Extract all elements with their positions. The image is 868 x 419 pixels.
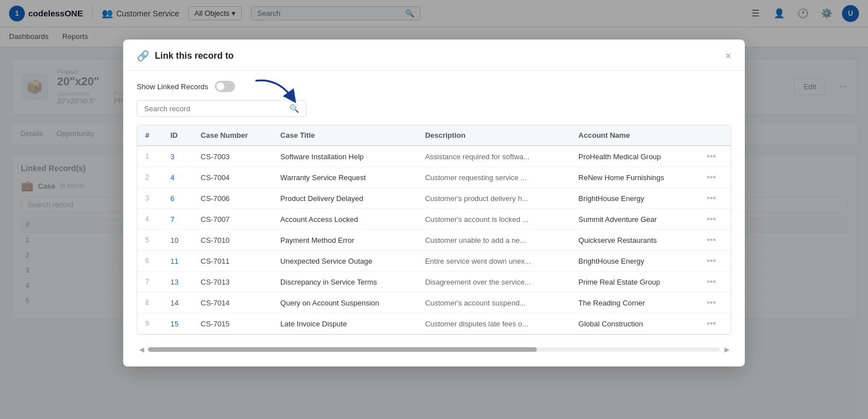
row-description: Entire service went down unex... [417,251,570,272]
row-case-number: CS-7007 [193,209,272,230]
row-case-title: Query on Account Suspension [272,293,417,313]
table-row[interactable]: 3 6 CS-7006 Product Delivery Delayed Cus… [137,188,731,209]
row-id[interactable]: 13 [162,272,193,293]
modal-search-bar[interactable]: 🔍 [137,100,306,117]
row-id[interactable]: 6 [162,188,193,209]
row-more-options[interactable]: ••• [698,209,731,230]
modal-records-table: #IDCase NumberCase TitleDescriptionAccou… [137,125,731,330]
table-row[interactable]: 9 15 CS-7015 Late Invoice Dispute Custom… [137,313,731,330]
row-case-number: CS-7013 [193,272,272,293]
col-header: # [137,125,162,146]
row-description: Disagreement over the service... [417,272,570,293]
link-record-modal: 🔗 Link this record to × Show Linked Reco… [123,40,745,330]
row-case-title: Discrepancy in Service Terms [272,272,417,293]
col-header: Case Number [193,125,272,146]
table-row[interactable]: 4 7 CS-7007 Account Access Locked Custom… [137,209,731,230]
row-number: 3 [137,188,162,209]
row-account-name: Summit Adventure Gear [571,209,699,230]
row-account-name: BrightHouse Energy [571,251,699,272]
row-case-number: CS-7006 [193,188,272,209]
row-description: Customer's account suspend... [417,293,570,313]
table-row[interactable]: 7 13 CS-7013 Discrepancy in Service Term… [137,272,731,293]
row-number: 4 [137,209,162,230]
row-more-options[interactable]: ••• [698,313,731,330]
link-icon: 🔗 [137,50,149,62]
modal-table-wrap[interactable]: #IDCase NumberCase TitleDescriptionAccou… [137,125,731,330]
row-description: Customer unable to add a ne... [417,230,570,251]
col-header: Description [417,125,570,146]
table-row[interactable]: 2 4 CS-7004 Warranty Service Request Cus… [137,167,731,188]
row-description: Customer's product delivery h... [417,188,570,209]
row-case-number: CS-7004 [193,167,272,188]
row-number: 2 [137,167,162,188]
row-more-options[interactable]: ••• [698,293,731,313]
row-id[interactable]: 10 [162,230,193,251]
row-case-title: Software Installation Help [272,146,417,167]
row-case-title: Warranty Service Request [272,167,417,188]
row-id[interactable]: 14 [162,293,193,313]
row-account-name: The Reading Corner [571,293,699,313]
row-number: 9 [137,313,162,330]
row-id[interactable]: 11 [162,251,193,272]
modal-close-button[interactable]: × [725,51,731,61]
row-more-options[interactable]: ••• [698,230,731,251]
show-linked-label: Show Linked Records [137,82,208,91]
row-case-number: CS-7015 [193,313,272,330]
row-id[interactable]: 7 [162,209,193,230]
modal-title: 🔗 Link this record to [137,50,234,62]
row-number: 7 [137,272,162,293]
row-case-title: Payment Method Error [272,230,417,251]
row-case-number: CS-7014 [193,293,272,313]
row-more-options[interactable]: ••• [698,272,731,293]
row-case-title: Account Access Locked [272,209,417,230]
modal-search-input[interactable] [144,104,285,113]
modal-header: 🔗 Link this record to × [123,40,745,71]
row-case-number: CS-7010 [193,230,272,251]
row-case-number: CS-7003 [193,146,272,167]
row-id[interactable]: 15 [162,313,193,330]
row-account-name: ReNew Home Furnishings [571,167,699,188]
row-description: Customer requesting service ... [417,167,570,188]
table-row[interactable]: 5 10 CS-7010 Payment Method Error Custom… [137,230,731,251]
row-more-options[interactable]: ••• [698,167,731,188]
row-case-title: Unexpected Service Outage [272,251,417,272]
row-number: 5 [137,230,162,251]
table-row[interactable]: 8 14 CS-7014 Query on Account Suspension… [137,293,731,313]
row-number: 1 [137,146,162,167]
show-linked-toggle[interactable] [215,81,235,92]
toggle-slider [215,81,235,92]
row-number: 8 [137,293,162,313]
row-description: Customer's account is locked ... [417,209,570,230]
row-more-options[interactable]: ••• [698,188,731,209]
modal-search-icon: 🔍 [289,104,299,113]
col-header: Account Name [571,125,699,146]
row-account-name: Prime Real Estate Group [571,272,699,293]
modal-body: Show Linked Records 🔍 [123,71,745,330]
modal-title-text: Link this record to [155,51,234,61]
col-header: Case Title [272,125,417,146]
table-row[interactable]: 1 3 CS-7003 Software Installation Help A… [137,146,731,167]
row-description: Customer disputes late fees o... [417,313,570,330]
row-description: Assistance required for softwa... [417,146,570,167]
row-account-name: Global Construction [571,313,699,330]
show-linked-row: Show Linked Records [137,81,731,92]
row-case-title: Product Delivery Delayed [272,188,417,209]
row-id[interactable]: 3 [162,146,193,167]
row-account-name: ProHealth Medical Group [571,146,699,167]
row-account-name: Quickserve Restaurants [571,230,699,251]
row-more-options[interactable]: ••• [698,146,731,167]
col-header: ID [162,125,193,146]
row-case-number: CS-7011 [193,251,272,272]
row-more-options[interactable]: ••• [698,251,731,272]
table-row[interactable]: 6 11 CS-7011 Unexpected Service Outage E… [137,251,731,272]
row-id[interactable]: 4 [162,167,193,188]
row-number: 6 [137,251,162,272]
row-case-title: Late Invoice Dispute [272,313,417,330]
row-account-name: BrightHouse Energy [571,188,699,209]
